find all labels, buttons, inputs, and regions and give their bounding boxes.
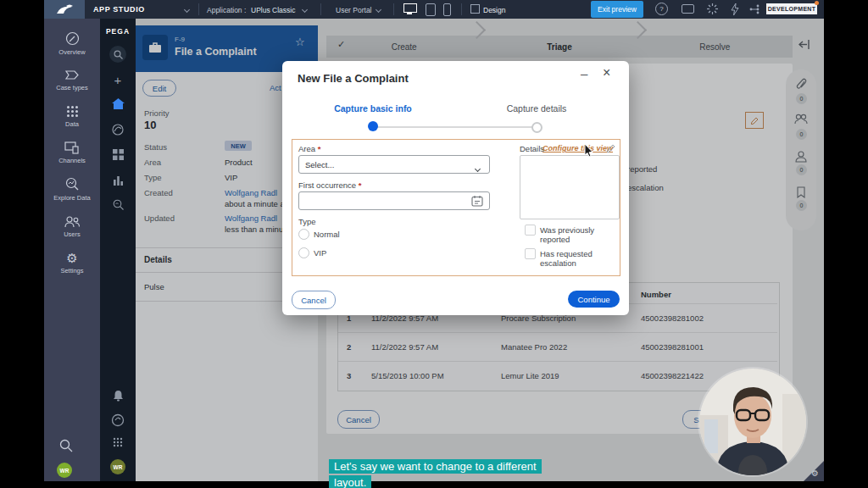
divider: [320, 3, 321, 15]
required-asterisk: *: [359, 180, 362, 190]
checkbox-previously-reported-label[interactable]: Was previously reported: [540, 225, 620, 244]
radio-vip-label[interactable]: VIP: [314, 248, 326, 258]
app-switcher-icon[interactable]: [100, 437, 136, 447]
updated-by-link[interactable]: Wolfgang Radl: [225, 214, 277, 223]
actions-menu-button[interactable]: Act: [270, 83, 281, 92]
tags-icon[interactable]: [796, 186, 806, 198]
recents-icon[interactable]: [100, 413, 136, 427]
minimize-icon[interactable]: –: [581, 66, 587, 80]
checkbox-previously-reported[interactable]: [525, 225, 536, 236]
column-header-number[interactable]: Number: [641, 290, 671, 299]
application-label: Application :: [207, 6, 246, 14]
pencil-icon[interactable]: [607, 144, 615, 152]
presenter-portrait: [699, 369, 806, 475]
integrations-icon[interactable]: [749, 4, 760, 14]
design-label[interactable]: Design: [483, 6, 505, 14]
feedback-chat-icon[interactable]: [682, 4, 694, 14]
sidebar-item-case-types[interactable]: Case types: [44, 62, 100, 98]
case-types-icon: [64, 69, 80, 81]
step-capture-details[interactable]: Capture details: [469, 103, 604, 114]
sidebar-item-settings[interactable]: ⚙ Settings: [44, 245, 100, 281]
overview-gauge-icon: [65, 31, 80, 46]
spaces-nav-icon[interactable]: [100, 149, 136, 160]
type-value: VIP: [225, 173, 237, 182]
configure-this-view-link[interactable]: Configure this view: [542, 144, 613, 152]
application-value[interactable]: UPlus Classic: [251, 6, 295, 14]
favorite-star-icon[interactable]: ☆: [295, 36, 305, 48]
reports-nav-icon[interactable]: [100, 175, 136, 186]
sidebar-item-explore-data[interactable]: Explore Data: [44, 171, 100, 208]
home-nav-icon[interactable]: [100, 98, 136, 109]
sidebar-item-overview[interactable]: Overview: [44, 25, 100, 62]
stage-triage[interactable]: Triage: [481, 36, 637, 58]
spark-icon[interactable]: [707, 3, 718, 14]
checkbox-requested-escalation[interactable]: [525, 248, 536, 259]
briefcase-icon: [148, 42, 162, 53]
pulse-nav-icon[interactable]: [100, 124, 136, 136]
modal-continue-button[interactable]: Continue: [568, 291, 620, 308]
video-caption: Let's say we want to change to a differe…: [329, 458, 556, 488]
edit-button[interactable]: Edit: [142, 80, 176, 97]
followers-count-badge: 0: [796, 129, 807, 140]
sidebar-item-users[interactable]: Users: [44, 208, 100, 245]
portal-user-avatar[interactable]: WR: [100, 459, 136, 474]
pega-logo[interactable]: [44, 0, 85, 19]
exit-preview-button[interactable]: Exit preview: [591, 1, 643, 18]
corner-gear-icon[interactable]: ⚙: [811, 469, 819, 478]
stage-chevron: [468, 21, 486, 39]
modal-cancel-button[interactable]: Cancel: [292, 291, 336, 309]
utility-rail: 0 0 0 0: [786, 69, 816, 230]
caption-text: Let's say we want to change to a differe…: [329, 459, 542, 488]
participants-icon[interactable]: [795, 151, 807, 163]
sidebar-item-channels[interactable]: Channels: [44, 135, 100, 171]
portal-search-button[interactable]: [100, 46, 136, 63]
sidebar-item-data[interactable]: Data: [44, 98, 100, 135]
radio-normal[interactable]: [298, 229, 309, 240]
created-by-link[interactable]: Wolfgang Radl: [225, 188, 277, 197]
checkbox-requested-escalation-label[interactable]: Has requested escalation: [540, 249, 620, 268]
tags-count-badge: 0: [796, 200, 807, 211]
type-label: Type: [144, 173, 162, 182]
lightning-icon[interactable]: [731, 3, 739, 15]
details-textarea[interactable]: [520, 155, 620, 219]
radio-vip[interactable]: [298, 247, 309, 258]
details-section-header[interactable]: Details: [144, 255, 172, 264]
radio-normal-label[interactable]: Normal: [314, 230, 340, 239]
priority-value: 10: [144, 119, 156, 131]
tablet-preview-icon[interactable]: [426, 3, 436, 16]
followers-icon[interactable]: [794, 114, 808, 125]
studio-search-icon[interactable]: [59, 439, 73, 452]
step-capture-basic-info[interactable]: Capture basic info: [305, 103, 441, 114]
explore-nav-icon[interactable]: [100, 199, 136, 210]
desktop-preview-icon[interactable]: [403, 3, 417, 13]
table-row[interactable]: 3 5/15/2019 10:00 PM Lemur Lite 2019 450…: [338, 361, 777, 391]
phone-preview-icon[interactable]: [443, 3, 451, 16]
create-plus-icon[interactable]: +: [100, 73, 136, 87]
user-portal-selector[interactable]: User Portal: [336, 6, 372, 14]
studio-user-avatar[interactable]: WR: [57, 463, 72, 478]
first-occurrence-date-input[interactable]: [298, 191, 490, 210]
pulse-section-header[interactable]: Pulse: [144, 282, 164, 291]
help-icon[interactable]: ?: [655, 3, 668, 15]
close-icon[interactable]: ×: [603, 65, 610, 80]
portal-brand: PEGA: [100, 27, 136, 36]
stage-chevron: [629, 21, 647, 39]
divider: [198, 3, 199, 15]
attachments-paperclip-icon[interactable]: [795, 78, 807, 91]
chevron-down-icon[interactable]: [185, 7, 189, 15]
collapse-panel-icon[interactable]: [798, 39, 811, 50]
work-cancel-button[interactable]: Cancel: [337, 410, 380, 429]
stage-resolve[interactable]: Resolve: [637, 36, 793, 58]
chevron-down-icon[interactable]: [303, 7, 307, 15]
design-toggle-icon[interactable]: [470, 4, 480, 14]
calendar-icon[interactable]: [471, 195, 483, 207]
stage-create[interactable]: Create: [326, 36, 481, 58]
stage-bar: Create Triage Resolve: [326, 36, 793, 58]
notifications-bell-icon[interactable]: [100, 390, 136, 402]
chevron-down-icon[interactable]: [376, 7, 381, 15]
area-select[interactable]: Select...: [298, 155, 490, 174]
top-bar: APP STUDIO Application : UPlus Classic U…: [44, 0, 824, 19]
design-edit-indicator[interactable]: [745, 112, 764, 129]
table-row[interactable]: 2 11/2/2022 9:57 AM Manatee Pro 2022 450…: [338, 332, 777, 362]
case-type-icon: [142, 35, 168, 60]
